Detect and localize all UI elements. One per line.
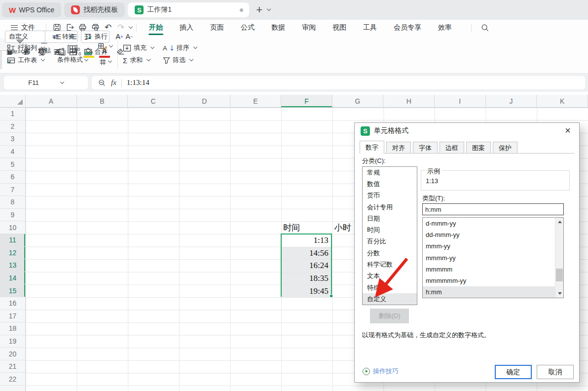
- menu-tab-视图[interactable]: 视图: [324, 20, 355, 35]
- row-header-1[interactable]: 1: [0, 108, 25, 120]
- row-header-2[interactable]: 2: [0, 120, 25, 133]
- row-header-18[interactable]: 18: [0, 322, 25, 335]
- filter-button[interactable]: 筛选: [163, 56, 197, 65]
- category-item-日期[interactable]: 日期: [363, 213, 417, 224]
- dialog-tab-边框[interactable]: 边框: [440, 142, 464, 154]
- column-header-B[interactable]: B: [77, 95, 128, 107]
- dialog-tab-图案[interactable]: 图案: [466, 142, 491, 154]
- cancel-button[interactable]: 取消: [537, 365, 574, 379]
- scroll-down-arrow-icon[interactable]: [558, 292, 562, 295]
- search-icon[interactable]: [478, 22, 491, 34]
- column-header-A[interactable]: A: [26, 95, 77, 107]
- category-item-分数[interactable]: 分数: [363, 247, 417, 259]
- row-header-14[interactable]: 14: [0, 272, 25, 285]
- menu-tab-效率[interactable]: 效率: [430, 20, 460, 35]
- dialog-tab-对齐[interactable]: 对齐: [386, 142, 411, 154]
- menu-tab-公式[interactable]: 公式: [232, 20, 263, 35]
- category-item-文本[interactable]: 文本: [363, 271, 417, 282]
- tab-workbook[interactable]: S 工作簿1: [128, 2, 249, 17]
- name-box[interactable]: F11: [4, 76, 88, 89]
- type-list[interactable]: d-mmm-yydd-mmm-yymmm-yymmmm-yymmmmmmmmmm…: [422, 217, 564, 298]
- cell-style-button[interactable]: [98, 56, 112, 68]
- hamburger-menu-icon[interactable]: [11, 25, 18, 30]
- dialog-tab-字体[interactable]: 字体: [413, 142, 438, 154]
- column-header-F[interactable]: F: [281, 95, 332, 107]
- tab-list-chevron-icon[interactable]: [267, 7, 271, 11]
- category-item-科学记数[interactable]: 科学记数: [363, 259, 417, 270]
- category-item-特殊[interactable]: 特殊: [363, 282, 417, 293]
- menu-tab-数据[interactable]: 数据: [263, 20, 294, 35]
- scroll-up-arrow-icon[interactable]: [558, 221, 562, 223]
- row-header-6[interactable]: 6: [0, 171, 25, 184]
- time-cell[interactable]: 18:35: [282, 273, 331, 285]
- column-header-H[interactable]: H: [383, 95, 435, 107]
- tab-wps-home[interactable]: W WPS Office: [2, 2, 61, 17]
- menu-tab-工具[interactable]: 工具: [355, 20, 385, 35]
- category-list[interactable]: 常规数值货币会计专用日期时间百分比分数科学记数文本特殊自定义: [362, 166, 417, 305]
- row-header-10[interactable]: 10: [0, 221, 25, 234]
- row-header-12[interactable]: 12: [0, 247, 25, 260]
- row-header-21[interactable]: 21: [0, 360, 25, 373]
- category-item-时间[interactable]: 时间: [363, 224, 417, 235]
- zoom-out-icon[interactable]: [98, 78, 106, 87]
- dialog-tab-数字[interactable]: 数字: [360, 141, 384, 154]
- conditional-format-button[interactable]: 条件格式: [55, 43, 90, 65]
- formula-field[interactable]: fx 1:13:14: [92, 76, 585, 89]
- scrollbar-thumb[interactable]: [556, 269, 563, 281]
- row-header-16[interactable]: 16: [0, 297, 25, 310]
- type-option[interactable]: mmmm-yy: [423, 252, 563, 264]
- menu-tab-开始[interactable]: 开始: [141, 20, 171, 35]
- row-header-7[interactable]: 7: [0, 184, 25, 196]
- menu-tab-审阅[interactable]: 审阅: [294, 20, 324, 35]
- select-all-corner[interactable]: [0, 95, 26, 108]
- category-item-货币[interactable]: 货币: [363, 190, 417, 201]
- row-header-13[interactable]: 13: [0, 259, 25, 272]
- menu-tab-会员专享[interactable]: 会员专享: [385, 20, 430, 35]
- row-header-20[interactable]: 20: [0, 348, 25, 360]
- category-item-常规[interactable]: 常规: [363, 167, 417, 178]
- row-header-17[interactable]: 17: [0, 310, 25, 323]
- time-cell[interactable]: 1:13: [282, 235, 331, 247]
- selection-range[interactable]: 1:1314:5616:2418:3519:45: [281, 234, 332, 297]
- row-header-9[interactable]: 9: [0, 209, 25, 222]
- type-option[interactable]: h:mm: [423, 286, 563, 298]
- table-style-button[interactable]: [98, 40, 112, 52]
- ok-button[interactable]: 确定: [495, 365, 532, 379]
- dialog-tab-保护[interactable]: 保护: [493, 142, 517, 154]
- row-header-3[interactable]: 3: [0, 133, 25, 146]
- tab-docer-templates[interactable]: 找稻壳模板: [64, 2, 125, 17]
- close-icon[interactable]: ×: [561, 125, 574, 136]
- insert-function-icon[interactable]: fx: [111, 78, 116, 87]
- rows-columns-button[interactable]: 行和列: [7, 43, 44, 52]
- column-header-G[interactable]: G: [332, 95, 384, 107]
- row-header-22[interactable]: 22: [0, 373, 25, 386]
- time-cell[interactable]: 16:24: [282, 260, 331, 273]
- column-header-J[interactable]: J: [486, 95, 537, 107]
- category-item-数值[interactable]: 数值: [363, 178, 417, 190]
- type-option[interactable]: mmm-yy: [423, 240, 563, 252]
- worksheet-button[interactable]: 工作表: [7, 56, 44, 65]
- row-header-19[interactable]: 19: [0, 335, 25, 348]
- type-option[interactable]: mmmmm: [423, 264, 563, 275]
- column-header-K[interactable]: K: [537, 95, 588, 107]
- name-box-chevron-icon[interactable]: [60, 79, 64, 83]
- menu-tab-页面[interactable]: 页面: [202, 20, 232, 35]
- column-header-I[interactable]: I: [435, 95, 486, 107]
- row-header-8[interactable]: 8: [0, 196, 25, 209]
- type-option[interactable]: dd-mmm-yy: [423, 229, 563, 240]
- column-header-C[interactable]: C: [128, 95, 179, 107]
- sum-button[interactable]: Σ求和: [123, 56, 154, 65]
- menu-tab-插入[interactable]: 插入: [171, 20, 202, 35]
- type-option[interactable]: d-mmm-yy: [423, 218, 563, 229]
- fill-handle[interactable]: [330, 294, 333, 298]
- scrollbar[interactable]: [555, 218, 563, 298]
- category-item-会计专用[interactable]: 会计专用: [363, 201, 417, 213]
- time-cell[interactable]: 19:45: [282, 285, 331, 298]
- column-header-D[interactable]: D: [179, 95, 230, 107]
- new-tab-button[interactable]: +: [256, 4, 262, 15]
- sort-button[interactable]: A排序: [163, 43, 197, 52]
- row-header-5[interactable]: 5: [0, 158, 25, 171]
- type-input[interactable]: h:mm: [422, 203, 564, 215]
- column-header-E[interactable]: E: [230, 95, 282, 107]
- category-item-百分比[interactable]: 百分比: [363, 236, 417, 247]
